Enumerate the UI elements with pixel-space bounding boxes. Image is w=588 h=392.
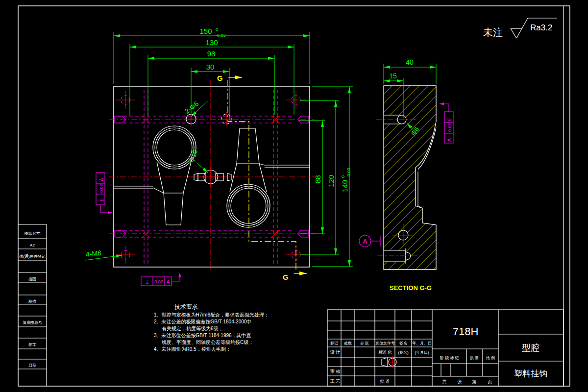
tb-check: 审 核 [330, 369, 341, 374]
gdt-left-tol: 0.02 [99, 184, 104, 193]
tech-req-line: 1、型腔与定模板为H7/m6配合，要求表面抛光处理； [154, 312, 269, 318]
guide-holes [183, 112, 234, 126]
tb-standardize: 标准化 [378, 350, 392, 355]
roughness-value: Ra3.2 [530, 23, 552, 32]
datum-a-marker: A [359, 235, 380, 247]
section-arrow-label-top: G [217, 74, 223, 82]
gdt-section-frame: // 0.02 A [440, 104, 453, 143]
dim-30: 30 [206, 63, 215, 71]
datum-a-letter: A [363, 238, 368, 245]
gdt-bottom-symbol: ⊥ [145, 279, 149, 285]
dim-98: 98 [207, 49, 216, 58]
gdt-left-datum: A [99, 178, 104, 181]
dim-150-sup: 0 [216, 27, 218, 32]
dim-88: 88 [314, 175, 322, 183]
gdt-bottom-frame: ⊥ 0.02 A [141, 273, 180, 286]
strip-label-date: 日期 [28, 363, 36, 368]
strip-label-old-master-no: 旧底图总号 [23, 320, 42, 325]
tb-product-name: 塑料挂钩 [514, 369, 547, 378]
cutting-plane-gg: G G [217, 74, 307, 281]
dim-140-sub: -0.03 [346, 168, 351, 178]
callout-4xm8: 4-M8 [85, 249, 102, 258]
tb-rev-date: 年、月、日 [412, 341, 432, 345]
tech-req-line: 有关规定，精度等级为6级； [162, 326, 223, 331]
right-hook-cavity [227, 128, 310, 227]
dim-150: 150 [199, 27, 212, 35]
tb-sheets: 张 [458, 379, 462, 384]
dim-40: 40 [406, 58, 414, 66]
cad-canvas: 图纸尺寸 A2 借(通)用件登记 描图 校描 旧底图总号 签字 日期 未注 Ra… [0, 0, 588, 392]
title-block: 标记 处数 分 区 更改文件号 签名 年、月、日 设 计 标准化 (签名) (年… [327, 310, 564, 386]
left-strip: 图纸尺寸 A2 借(通)用件登记 描图 校描 旧底图总号 签字 日期 [18, 224, 47, 386]
strip-label-check-tracing: 校描 [28, 299, 36, 304]
tb-total: 共 [442, 379, 447, 384]
tb-part-name: 型腔 [522, 343, 539, 353]
tech-req-line: 线度、平面度、同轴度公差等级均按C级； [162, 340, 253, 345]
tb-rev-sign: 签名 [399, 341, 407, 345]
tb-rev-zone: 分 区 [360, 341, 369, 345]
tb-material: 718H [453, 325, 479, 338]
strip-label-sheet-a2: A2 [30, 243, 35, 247]
callout-d10: Φ10 [188, 148, 199, 164]
tb-rev-doc-no: 更改文件号 [375, 341, 395, 345]
dim-15: 15 [389, 72, 397, 80]
tb-weight: 质 量 [470, 356, 479, 360]
gdt-bottom-datum: A [167, 279, 170, 285]
strip-label-signature: 签字 [28, 343, 36, 347]
callout-2xd6: 2-Φ6 [183, 99, 200, 115]
tb-page: 页 [488, 379, 492, 384]
dim-120: 120 [327, 175, 335, 187]
tb-scale: 比 例 [486, 356, 495, 360]
tb-no: 第 [472, 379, 477, 384]
gdt-section-symbol: // [447, 118, 452, 121]
surface-note-prefix: 未注 [483, 27, 503, 38]
tb-sign-hint: (签名) [398, 350, 409, 355]
tech-req-line: 3、未注形位公差按GB/T 1184-1996，其中直 [154, 333, 251, 338]
gdt-bottom-tol: 0.02 [154, 279, 163, 284]
tb-rev-mark: 标记 [330, 341, 338, 345]
strip-label-drawing-size: 图纸尺寸 [24, 231, 40, 236]
cad-drawing-screen: 图纸尺寸 A2 借(通)用件登记 描图 校描 旧底图总号 签字 日期 未注 Ra… [0, 0, 588, 392]
centerlines [109, 80, 315, 272]
dim-140-sup: 0 [341, 175, 345, 178]
tb-stage-mark: 阶 段 标 记 [440, 356, 459, 360]
dim-130: 130 [205, 38, 218, 47]
main-view: G G [109, 74, 315, 281]
section-view: 40 15 Φ6 // 0.02 A A SECTION G-G [359, 58, 453, 292]
tb-process: 工 艺 [330, 379, 341, 384]
gdt-section-datum: A [447, 138, 452, 142]
gdt-left-frame: A 0.02 ⊥ [96, 172, 112, 213]
tech-req-title: 技术要求 [174, 303, 198, 310]
section-title: SECTION G-G [390, 284, 432, 292]
dim-150-sub: -0.03 [216, 33, 226, 38]
gdt-left-symbol: ⊥ [99, 198, 104, 203]
strip-label-tracing: 描图 [28, 277, 36, 281]
dimensions: 150 0 -0.03 130 98 30 88 120 140 0 -0.03… [85, 27, 353, 267]
tech-requirements: 技术要求 1、型腔与定模板为H7/m6配合，要求表面抛光处理； 2、未注公差的极… [154, 303, 269, 352]
strip-label-borrowed-parts: 借(通)用件登记 [19, 254, 45, 259]
section-body [384, 86, 436, 270]
gdt-section-tol: 0.02 [447, 123, 452, 132]
tb-design: 设 计 [330, 350, 341, 355]
tb-rev-count: 处数 [344, 341, 352, 345]
tb-approve: 批 准 [380, 379, 391, 384]
tech-req-line: 4、未注圆角为R0.5，棱角去毛刺； [154, 346, 231, 352]
section-arrow-label-bottom: G [283, 273, 289, 281]
tb-date-hint: (年月日) [415, 350, 429, 355]
tech-req-line: 2、未注公差的极限偏差按GB/T 1804-2000中 [154, 319, 251, 324]
left-hook-cavity [114, 126, 196, 225]
surface-finish-note: 未注 Ra3.2 [483, 18, 557, 38]
dim-140: 140 [341, 180, 349, 192]
